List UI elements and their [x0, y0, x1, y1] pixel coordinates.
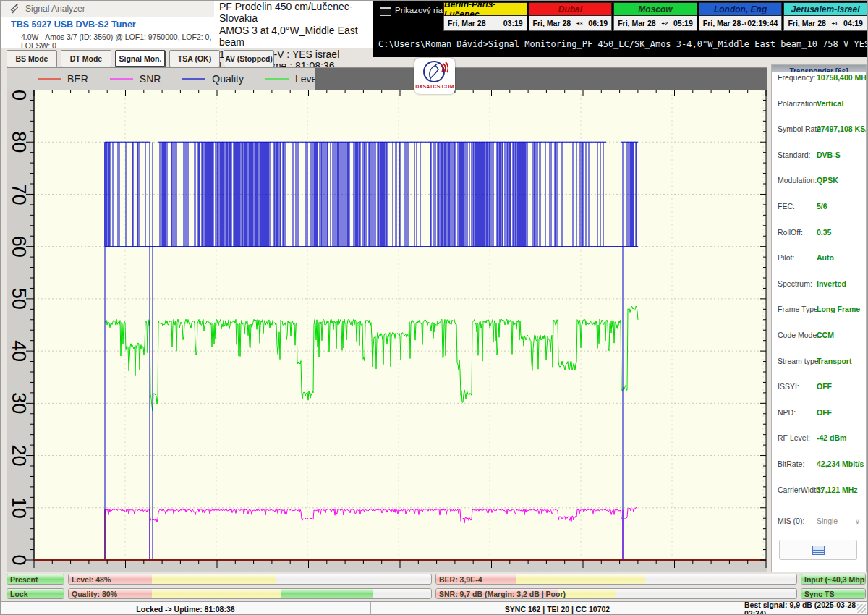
- clock-offset: -1: [741, 20, 746, 27]
- transponder-row: Pilot:Auto: [772, 253, 866, 263]
- signal-plot: 0102030405060708090: [7, 90, 768, 573]
- clock-date: Fri, Mar 28: [788, 19, 826, 27]
- transponder-row: Spectrum:Inverted: [772, 279, 866, 289]
- transponder-row-label: Stream type:: [778, 357, 821, 365]
- indicator-label: SNR: 9,7 dB (Margin: 3,2 dB | Poor): [439, 589, 566, 599]
- legend-swatch-level: [265, 78, 289, 80]
- transponder-row: Modulation:QPSK: [772, 176, 866, 186]
- clock-time: 04:19: [843, 19, 863, 27]
- legend-swatch-ber: [38, 78, 61, 80]
- console-prompt-line[interactable]: C:\Users\Roman Dávid>Signal Monitoring_P…: [378, 39, 868, 49]
- transponder-row-label: Frequency:: [778, 73, 816, 82]
- indicator-input-40-3-mbps: Input (~40,3 Mbps): [801, 574, 866, 585]
- transponder-row-label: FEC:: [778, 202, 795, 211]
- y-axis-label: 70: [8, 183, 30, 205]
- y-axis-label: 90: [8, 90, 30, 101]
- tab-av-stopped[interactable]: AV (Stopped): [224, 50, 274, 67]
- legend-label: Quality: [212, 73, 244, 85]
- mis-select-row[interactable]: MIS (0):Single∨: [772, 517, 866, 527]
- transponder-row-value: Vertical: [817, 99, 843, 108]
- transponder-row-label: CarrierWidth:: [778, 485, 822, 494]
- legend-item-quality[interactable]: Quality: [182, 73, 244, 85]
- clock-date: Fri, Mar 28: [533, 19, 571, 27]
- tab-dt-mode[interactable]: DT Mode: [61, 50, 111, 67]
- station-line-1: PF Prodelin 450 cm/Lučenec-Slovakia: [214, 1, 373, 25]
- clock-widget[interactable]: Berlin-Paris-LučenecFri, Mar 2803:19: [443, 2, 527, 34]
- terminal-window-icon: [380, 7, 391, 16]
- command-prompt-window[interactable]: Prikazový riadok Berlin-Paris-LučenecFri…: [373, 1, 868, 57]
- transponder-row-label: Spectrum:: [778, 279, 812, 288]
- clock-time: 06:19: [588, 19, 608, 27]
- transponder-row-value: DVB-S: [817, 150, 841, 159]
- legend-label: BER: [67, 73, 88, 85]
- clock-city: Jerusalem-Israel: [783, 2, 867, 16]
- legend-label: SNR: [140, 73, 161, 85]
- transponder-row: FEC:5/6: [772, 202, 866, 212]
- chevron-down-icon[interactable]: ∨: [855, 517, 860, 525]
- legend-item-snr[interactable]: SNR: [110, 73, 161, 85]
- transponder-list-button[interactable]: [779, 540, 857, 560]
- tab-tsa-ok[interactable]: TSA (OK): [169, 50, 220, 67]
- transponder-row: RollOff:0.35: [772, 228, 866, 238]
- signal-monitor-chart: BERSNRQualityLevel 0102030405060708090: [7, 67, 767, 572]
- transponder-row-value: Transport: [817, 357, 851, 365]
- legend-item-level[interactable]: Level: [265, 73, 319, 85]
- transponder-row-value: 42,234 Mbit/s: [817, 459, 864, 468]
- legend-swatch-quality: [182, 78, 205, 80]
- y-axis-label: 50: [8, 288, 30, 310]
- indicator-present: Present: [7, 574, 64, 585]
- tuner-name: TBS 5927 USB DVB-S2 Tuner: [11, 20, 136, 30]
- clock-time-row: Fri, Mar 28+104:19: [783, 16, 867, 31]
- clock-offset: +3: [576, 20, 583, 27]
- transponder-row: CarrierWidth:37,121 MHz: [772, 485, 866, 496]
- indicator-label: Lock: [10, 589, 28, 599]
- transponder-row-value: 10758,400 MHz: [817, 73, 867, 82]
- tab-bs-mode[interactable]: BS Mode: [7, 50, 57, 67]
- chart-header-strip: [315, 68, 767, 90]
- dxsatcs-dish-icon: [421, 58, 448, 85]
- y-axis-label: 80: [8, 131, 30, 153]
- clock-city: London, Eng: [699, 2, 783, 16]
- transponder-row: Stream type:Transport: [772, 357, 866, 367]
- transponder-row-value: Auto: [817, 253, 834, 262]
- transponder-row: ISSYI:OFF: [772, 382, 866, 392]
- clock-widget[interactable]: MoscowFri, Mar 28+205:19: [613, 2, 697, 34]
- clock-time-row: Fri, Mar 28+205:19: [613, 16, 697, 31]
- clock-time-row: Fri, Mar 28+306:19: [529, 16, 613, 31]
- resize-grip[interactable]: [857, 604, 866, 613]
- transponder-row-value: 27497,108 KS/s: [817, 124, 867, 133]
- chart-legend: BERSNRQualityLevel: [7, 68, 315, 90]
- transponder-row: Frequency:10758,400 MHz: [772, 73, 866, 83]
- indicator-quality: Quality: 80%: [68, 588, 432, 599]
- indicator-label: Level: 48%: [72, 574, 111, 585]
- transponder-row-label: Modulation:: [778, 176, 817, 184]
- signal-analyzer-window: Signal Analyzer TBS 5927 USB DVB-S2 Tune…: [0, 0, 868, 615]
- y-axis-label: 10: [8, 497, 30, 519]
- transponder-row-value: Inverted: [817, 279, 846, 288]
- indicator-ber: BER: 3,9E-4: [435, 574, 797, 585]
- tab-signal-mon[interactable]: Signal Mon.: [115, 50, 166, 67]
- indicator-level: Level: 48%: [68, 574, 432, 585]
- clock-widget[interactable]: DubaiFri, Mar 28+306:19: [529, 2, 613, 34]
- window-titlebar[interactable]: Signal Analyzer: [1, 1, 214, 17]
- clock-city: Berlin-Paris-Lučenec: [443, 2, 527, 16]
- satellite-dish-icon: [9, 4, 20, 14]
- transponder-row-label: NPD:: [778, 408, 796, 417]
- y-axis-label: 40: [8, 340, 30, 362]
- indicator-label: Sync TS: [804, 589, 834, 599]
- clock-widget[interactable]: London, EngFri, Mar 28-102:19:44: [699, 2, 783, 34]
- indicator-label: BER: 3,9E-4: [439, 574, 482, 585]
- y-axis-label: 20: [8, 445, 30, 467]
- mis-value: Single: [817, 517, 838, 525]
- station-line-2: AMOS 3 at 4,0°W_Middle East beam: [214, 25, 373, 48]
- clock-widget[interactable]: Jerusalem-IsraelFri, Mar 28+104:19: [783, 2, 867, 34]
- y-axis-label: 30: [8, 392, 30, 414]
- indicator-sync-ts: Sync TS: [801, 588, 866, 599]
- clock-time: 02:19:44: [747, 19, 778, 27]
- clock-offset: +1: [832, 20, 838, 27]
- transponder-row: Polarization:Vertical: [772, 99, 866, 109]
- transponder-row-value: QPSK: [817, 176, 838, 184]
- transponder-row-value: OFF: [817, 408, 832, 417]
- legend-item-ber[interactable]: BER: [38, 73, 88, 85]
- transponder-row-value: 5/6: [817, 202, 827, 211]
